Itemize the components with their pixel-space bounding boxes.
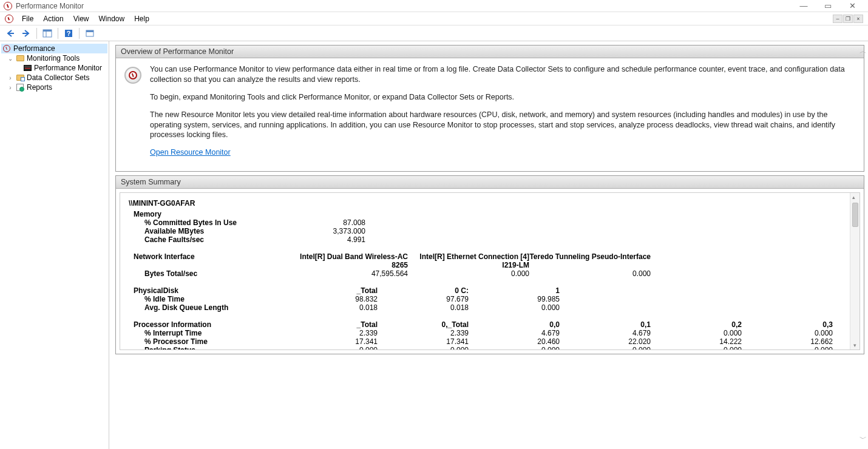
window-icon — [85, 29, 95, 38]
tree-expand-icon[interactable]: ⌄ — [7, 55, 13, 62]
column-header: 0,1 — [560, 320, 651, 329]
overview-panel: Overview of Performance Monitor You can … — [115, 45, 864, 172]
svg-rect-6 — [86, 30, 93, 32]
metric-value: 0.018 — [287, 303, 378, 312]
metric-name: Bytes Total/sec — [129, 269, 287, 278]
scroll-down-icon[interactable]: ▾ — [853, 341, 856, 349]
metric-value: 0.000 — [469, 303, 560, 312]
table-row: % Committed Bytes In Use 87.008 — [129, 218, 851, 227]
nav-back-button[interactable] — [4, 27, 17, 40]
navigation-tree[interactable]: Performance ⌄ Monitoring Tools Performan… — [0, 41, 109, 449]
table-row: % Interrupt Time 2.339 2.339 4.679 4.679… — [129, 329, 851, 337]
metric-value: 2.339 — [378, 329, 469, 337]
metric-name: % Idle Time — [129, 295, 287, 303]
metric-value: 14.222 — [651, 337, 742, 346]
tree-node-monitoring-tools[interactable]: ⌄ Monitoring Tools — [1, 53, 107, 63]
metric-value: 17.341 — [287, 337, 378, 346]
folder-sets-icon — [16, 75, 24, 81]
menu-help[interactable]: Help — [129, 13, 154, 24]
metric-value: 20.460 — [469, 337, 560, 346]
scroll-up-icon[interactable]: ▴ — [852, 193, 858, 201]
tree-expand-icon[interactable]: › — [7, 84, 13, 91]
show-hide-tree-button[interactable] — [41, 27, 54, 40]
menu-window[interactable]: Window — [94, 13, 130, 24]
tree-node-performance-monitor[interactable]: Performance Monitor — [1, 63, 107, 73]
help-icon: ? — [64, 29, 73, 38]
tree-node-performance[interactable]: Performance — [1, 44, 107, 53]
open-resource-monitor-link[interactable]: Open Resource Monitor — [150, 148, 231, 157]
title-bar: Performance Monitor — ▭ ✕ — [0, 0, 868, 12]
window-maximize-button[interactable]: ▭ — [816, 0, 840, 12]
table-row: % Processor Time 17.341 17.341 20.460 22… — [129, 337, 851, 346]
table-row: Available MBytes 3,373.000 — [129, 227, 851, 235]
menu-action[interactable]: Action — [38, 13, 68, 24]
metric-value: 98.832 — [287, 295, 378, 303]
svg-rect-1 — [43, 30, 52, 32]
metric-value: 87.008 — [287, 218, 365, 227]
metric-value: 4.679 — [469, 329, 560, 337]
nav-forward-button[interactable] — [19, 27, 33, 40]
metric-value: 0.000 — [287, 346, 378, 350]
window-minimize-button[interactable]: — — [792, 0, 816, 12]
menu-view[interactable]: View — [69, 13, 94, 24]
help-button[interactable]: ? — [62, 27, 75, 40]
tree-node-reports[interactable]: › Reports — [1, 83, 107, 92]
metric-value: 2.339 — [287, 329, 378, 337]
tree-expand-icon[interactable]: › — [7, 75, 13, 81]
window-title: Performance Monitor — [16, 2, 84, 10]
metric-name: Cache Faults/sec — [129, 235, 287, 244]
metric-value: 4.991 — [287, 235, 365, 244]
metric-value: 0.000 — [529, 269, 651, 278]
metric-value: 0.000 — [469, 346, 560, 350]
section-header-row: Network Interface Intel[R] Dual Band Wir… — [129, 252, 851, 269]
metric-value: 17.341 — [378, 337, 469, 346]
tree-label: Reports — [27, 83, 52, 92]
system-summary-header: System Summary — [116, 176, 864, 189]
scroll-up-icon[interactable]: ︿ — [860, 46, 867, 56]
column-header: 0,0 — [469, 320, 560, 329]
perfmon-app-icon — [4, 2, 12, 10]
metric-value: 0.000 — [378, 346, 469, 350]
content-scrollbar[interactable]: ︿ ﹀ — [860, 46, 867, 444]
overview-paragraph-2: To begin, expand Monitoring Tools and cl… — [150, 92, 855, 103]
window-close-button[interactable]: ✕ — [840, 0, 864, 12]
mdi-close-button[interactable]: × — [853, 15, 863, 23]
perfmon-menu-icon — [5, 15, 13, 23]
column-header: Intel[R] Ethernet Connection [4] I219-LM — [408, 252, 529, 269]
tree-label: Performance — [13, 44, 55, 53]
summary-scrollbar[interactable]: ▴ ▾ — [850, 193, 860, 349]
table-row: Bytes Total/sec 47,595.564 0.000 0.000 — [129, 269, 851, 278]
toolbar-separator — [58, 28, 58, 39]
table-row: % Idle Time 98.832 97.679 99.985 — [129, 295, 851, 303]
column-header: _Total — [287, 286, 378, 295]
toolbar-separator — [36, 28, 37, 39]
section-header-row: PhysicalDisk _Total 0 C: 1 — [129, 286, 851, 295]
table-row: Avg. Disk Queue Length 0.018 0.018 0.000 — [129, 303, 851, 312]
column-header: 0,3 — [742, 320, 833, 329]
table-row: Cache Faults/sec 4.991 — [129, 235, 851, 244]
new-window-button[interactable] — [83, 27, 97, 40]
scroll-thumb[interactable] — [852, 203, 858, 227]
column-header: Teredo Tunneling Pseudo-Interface — [529, 252, 651, 269]
metric-value: 0.000 — [560, 346, 651, 350]
metric-value: 0.018 — [378, 303, 469, 312]
mdi-restore-button[interactable]: ❐ — [843, 15, 853, 23]
column-header: 0 C: — [378, 286, 469, 295]
host-name: \\MININT-GG0AFAR — [129, 199, 851, 208]
arrow-left-icon — [5, 29, 15, 38]
section-header-row: Processor Information _Total 0,_Total 0,… — [129, 320, 851, 329]
tree-node-data-collector-sets[interactable]: › Data Collector Sets — [1, 73, 107, 83]
metric-value: 0.000 — [651, 346, 742, 350]
metric-value: 97.679 — [378, 295, 469, 303]
section-processor-label: Processor Information — [129, 320, 287, 329]
menu-file[interactable]: File — [17, 13, 38, 24]
perfmon-icon — [3, 45, 10, 52]
panel-icon — [42, 29, 52, 38]
metric-value: 4.679 — [560, 329, 651, 337]
tree-label: Monitoring Tools — [27, 54, 80, 62]
column-header: _Total — [287, 320, 378, 329]
arrow-right-icon — [21, 29, 31, 38]
scroll-down-icon[interactable]: ﹀ — [860, 434, 867, 444]
metric-value: 12.662 — [742, 337, 833, 346]
mdi-minimize-button[interactable]: – — [833, 15, 843, 23]
